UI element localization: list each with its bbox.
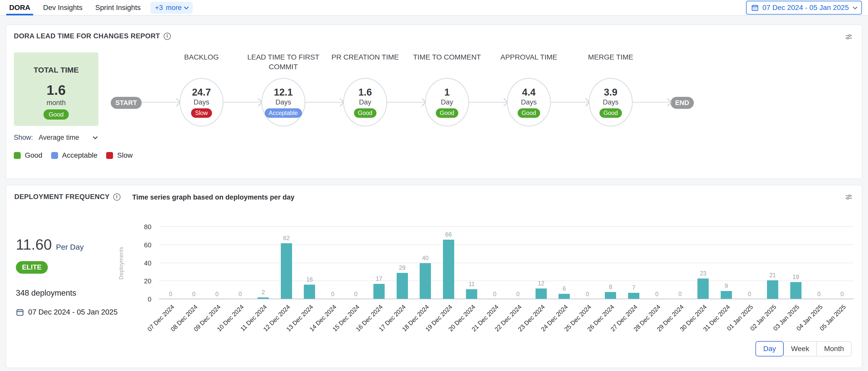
- bar-slot: 8: [599, 227, 622, 299]
- status-legend: Good Acceptable Slow: [14, 151, 854, 160]
- bar-value-label: 2: [261, 289, 265, 296]
- bar-value-label: 0: [192, 291, 195, 298]
- x-axis-label: 07 Dec 2024: [159, 299, 182, 335]
- stage-circle: 4.4DaysGood: [507, 78, 551, 127]
- gridline: [159, 299, 854, 299]
- date-range-picker[interactable]: 07 Dec 2024 - 05 Jan 2025: [746, 1, 862, 14]
- total-time-status-badge: Good: [43, 109, 69, 120]
- flow-arrow: [633, 102, 671, 102]
- flow-start-pill: START: [111, 97, 142, 109]
- chevron-down-icon: [93, 134, 97, 139]
- chart-bars: 0000262160017294066110012608700239021190…: [159, 227, 854, 299]
- deployment-bar: [605, 292, 616, 299]
- flow-end-pill: END: [671, 97, 694, 109]
- x-axis-label: 10 Dec 2024: [229, 299, 252, 335]
- bar-slot: 66: [437, 227, 460, 299]
- tab-dora-label: DORA: [9, 4, 30, 12]
- y-axis-title: Deployments: [118, 246, 125, 279]
- more-tabs-count: +3: [155, 4, 163, 12]
- stage-status-badge: Slow: [191, 108, 212, 118]
- bar-slot: 0: [483, 227, 506, 299]
- deployment-rate-unit: Per Day: [56, 243, 84, 251]
- filter-settings-icon[interactable]: [844, 33, 853, 41]
- flow-arrow: [551, 102, 589, 102]
- total-deployments: 348 deployments: [16, 289, 118, 298]
- tab-dora[interactable]: DORA: [6, 0, 33, 15]
- bar-value-label: 0: [817, 291, 821, 298]
- x-axis-label: 26 Dec 2024: [599, 299, 622, 335]
- bar-value-label: 19: [793, 274, 799, 280]
- bar-value-label: 0: [215, 291, 219, 298]
- flow-arrow: [305, 102, 343, 102]
- bar-value-label: 11: [468, 281, 475, 288]
- x-axis-label: 30 Dec 2024: [691, 299, 715, 335]
- x-axis-label: 31 Dec 2024: [715, 299, 738, 335]
- stage-status-badge: Good: [354, 108, 376, 118]
- deployment-bar: [535, 289, 547, 299]
- x-axis-labels: 07 Dec 202408 Dec 202409 Dec 202410 Dec …: [159, 299, 854, 335]
- bar-slot: 0: [669, 227, 692, 299]
- filter-settings-icon[interactable]: [844, 193, 853, 202]
- flow-arrow: [387, 102, 425, 102]
- x-axis-label: 15 Dec 2024: [344, 299, 368, 335]
- legend-item-slow: Slow: [106, 151, 133, 160]
- bar-slot: 0: [506, 227, 530, 299]
- stage-backlog: BACKLOG24.7DaysSlow: [180, 53, 223, 127]
- deployment-bar: [373, 284, 385, 299]
- bar-value-label: 8: [609, 283, 612, 291]
- stage-value: 12.1: [274, 87, 293, 98]
- stage-status-badge: Good: [599, 108, 622, 118]
- stage-value: 4.4: [522, 87, 535, 98]
- granularity-month-button[interactable]: Month: [816, 341, 851, 357]
- y-tick-label: 40: [144, 259, 151, 267]
- y-tick-label: 20: [144, 277, 151, 285]
- deployment-bar: [443, 240, 454, 299]
- deployment-bar: [420, 263, 431, 299]
- stage-value: 1: [444, 87, 450, 98]
- x-axis-label: 17 Dec 2024: [391, 299, 414, 335]
- bar-slot: 0: [321, 227, 344, 299]
- tab-dev-insights[interactable]: Dev Insights: [40, 0, 86, 15]
- bar-slot: 0: [807, 227, 831, 299]
- x-axis-label: 28 Dec 2024: [645, 299, 669, 335]
- x-axis-label: 20 Dec 2024: [460, 299, 483, 335]
- tab-bar: DORA Dev Insights Sprint Insights +3 mor…: [6, 0, 193, 15]
- y-tick-label: 80: [144, 223, 151, 231]
- stage-merge-time: MERGE TIME3.9DaysGood: [589, 53, 633, 127]
- info-icon[interactable]: i: [164, 33, 171, 40]
- total-time-unit: month: [46, 99, 66, 107]
- y-tick-label: 0: [148, 295, 151, 303]
- deployment-bar: [721, 291, 732, 299]
- stage-unit: Days: [603, 98, 619, 106]
- bar-value-label: 0: [516, 291, 520, 298]
- bar-slot: 0: [576, 227, 599, 299]
- granularity-week-button[interactable]: Week: [784, 341, 816, 357]
- good-swatch: [14, 152, 21, 159]
- bar-slot: 0: [205, 227, 229, 299]
- stage-value: 24.7: [192, 87, 211, 98]
- granularity-toggle: Day Week Month: [755, 341, 851, 357]
- tab-sprint-insights[interactable]: Sprint Insights: [92, 0, 144, 15]
- more-tabs-button[interactable]: +3 more: [150, 2, 193, 14]
- x-axis-label: 22 Dec 2024: [506, 299, 530, 335]
- bar-slot: 62: [275, 227, 298, 299]
- bar-slot: 23: [691, 227, 715, 299]
- bar-value-label: 23: [700, 270, 707, 277]
- show-dropdown[interactable]: Show: Average time: [14, 134, 854, 141]
- deployment-stats: 11.60 Per Day ELITE 348 deployments 07 D…: [16, 236, 118, 316]
- legend-slow-label: Slow: [117, 151, 133, 160]
- x-axis-label: 04 Jan 2025: [807, 299, 831, 335]
- stage-label: MERGE TIME: [568, 53, 653, 62]
- info-icon[interactable]: i: [113, 194, 120, 201]
- elite-tier-badge: ELITE: [16, 261, 48, 274]
- flow-arrow: [223, 102, 261, 102]
- deployment-bar: [304, 284, 315, 299]
- stage-unit: Days: [521, 98, 537, 106]
- deployment-frequency-card: DEPLOYMENT FREQUENCY i Time series graph…: [6, 185, 862, 368]
- calendar-icon: [16, 308, 24, 316]
- y-axis: 020406080: [132, 227, 155, 299]
- bar-slot: 40: [414, 227, 437, 299]
- bar-value-label: 66: [445, 231, 452, 238]
- granularity-day-button[interactable]: Day: [755, 341, 784, 357]
- bar-value-label: 29: [399, 265, 406, 271]
